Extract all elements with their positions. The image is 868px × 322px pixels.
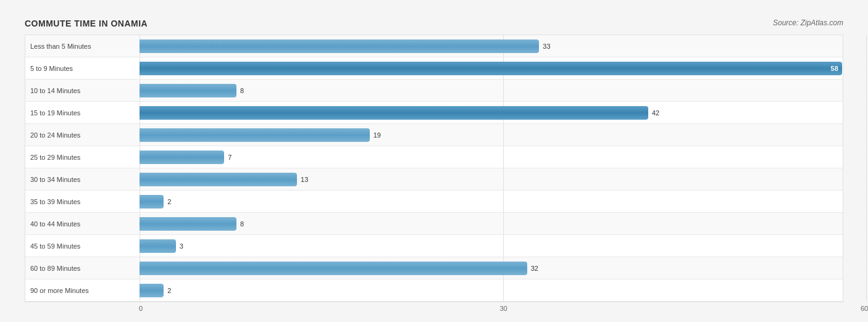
chart-area: Less than 5 Minutes335 to 9 Minutes5810 … <box>25 35 843 302</box>
bar-fill <box>140 195 164 208</box>
bar-value-outside: 8 <box>240 220 244 228</box>
bar-label: 15 to 19 Minutes <box>25 109 140 117</box>
grid-line <box>866 213 867 234</box>
grid-line <box>503 80 504 101</box>
bar-label: 90 or more Minutes <box>25 287 140 294</box>
bar-fill <box>140 173 297 186</box>
bar-value-outside: 42 <box>652 109 659 117</box>
bar-row: 35 to 39 Minutes2 <box>25 191 843 213</box>
grid-line <box>503 213 504 234</box>
x-axis-label: 30 <box>500 305 507 312</box>
grid-line <box>866 124 867 146</box>
bar-fill <box>140 217 236 231</box>
grid-line <box>503 235 504 257</box>
bar-track: 33 <box>140 35 843 57</box>
bar-track: 2 <box>140 191 843 212</box>
bar-track: 3 <box>140 235 843 257</box>
grid-line <box>503 279 504 301</box>
grid-line <box>503 191 504 212</box>
bar-track: 58 <box>140 57 843 79</box>
bar-fill <box>140 239 176 253</box>
grid-line <box>503 168 504 190</box>
bar-value-outside: 7 <box>228 154 232 161</box>
bar-label: 25 to 29 Minutes <box>25 154 140 161</box>
grid-line <box>866 35 867 57</box>
bar-label: 35 to 39 Minutes <box>25 198 140 205</box>
bar-row: 20 to 24 Minutes19 <box>25 124 843 146</box>
bar-label: 30 to 34 Minutes <box>25 176 140 183</box>
grid-line <box>866 191 867 212</box>
bar-row: 30 to 34 Minutes13 <box>25 168 843 191</box>
grid-line <box>866 257 867 279</box>
bar-fill <box>140 262 527 275</box>
bar-fill <box>140 128 370 142</box>
bar-track: 2 <box>140 279 843 301</box>
bar-value-outside: 13 <box>301 176 308 183</box>
bar-row: 45 to 59 Minutes3 <box>25 235 843 257</box>
bar-fill <box>140 106 648 120</box>
grid-line <box>866 146 867 168</box>
chart-source: Source: ZipAtlas.com <box>773 19 843 27</box>
bar-track: 7 <box>140 146 843 168</box>
bar-label: 5 to 9 Minutes <box>25 65 140 72</box>
bar-row: 10 to 14 Minutes8 <box>25 80 843 102</box>
bar-fill <box>140 39 539 53</box>
chart-title: COMMUTE TIME IN ONAMIA <box>25 19 148 28</box>
grid-line <box>866 102 867 123</box>
bar-row: 25 to 29 Minutes7 <box>25 146 843 168</box>
bar-track: 19 <box>140 124 843 146</box>
grid-line <box>866 57 867 79</box>
bar-label: 60 to 89 Minutes <box>25 265 140 272</box>
bar-value-inside: 58 <box>831 65 838 72</box>
grid-line <box>866 80 867 101</box>
bar-label: 40 to 44 Minutes <box>25 220 140 228</box>
bar-fill <box>140 84 236 97</box>
bar-track: 32 <box>140 257 843 279</box>
bar-track: 42 <box>140 102 843 123</box>
bar-track: 13 <box>140 168 843 190</box>
bar-label: Less than 5 Minutes <box>25 43 140 50</box>
bar-value-outside: 8 <box>240 87 244 94</box>
x-axis: 03060 <box>139 302 843 315</box>
bar-label: 10 to 14 Minutes <box>25 87 140 94</box>
grid-line <box>503 146 504 168</box>
bar-value-outside: 2 <box>167 198 171 205</box>
grid-line <box>866 235 867 257</box>
x-axis-label: 0 <box>139 305 143 312</box>
grid-line <box>866 279 867 301</box>
bar-value-outside: 32 <box>531 265 538 272</box>
bar-value-outside: 19 <box>373 131 381 139</box>
bar-row: 60 to 89 Minutes32 <box>25 257 843 279</box>
bar-row: 15 to 19 Minutes42 <box>25 102 843 124</box>
bar-row: 90 or more Minutes2 <box>25 279 843 302</box>
bar-label: 45 to 59 Minutes <box>25 242 140 250</box>
bar-value-outside: 3 <box>180 242 183 250</box>
bar-row: 5 to 9 Minutes58 <box>25 57 843 80</box>
grid-line <box>503 124 504 146</box>
bar-track: 8 <box>140 80 843 101</box>
bar-row: 40 to 44 Minutes8 <box>25 213 843 235</box>
grid-line <box>866 168 867 190</box>
bar-fill <box>140 284 164 297</box>
chart-header: COMMUTE TIME IN ONAMIA Source: ZipAtlas.… <box>25 19 843 28</box>
bar-fill <box>140 151 224 164</box>
bar-value-outside: 2 <box>167 287 171 294</box>
x-axis-label: 60 <box>861 305 868 312</box>
bar-fill: 58 <box>140 62 842 75</box>
bar-value-outside: 33 <box>543 43 550 50</box>
chart-container: COMMUTE TIME IN ONAMIA Source: ZipAtlas.… <box>12 12 856 322</box>
bar-label: 20 to 24 Minutes <box>25 131 140 139</box>
bar-track: 8 <box>140 213 843 234</box>
bar-row: Less than 5 Minutes33 <box>25 35 843 57</box>
